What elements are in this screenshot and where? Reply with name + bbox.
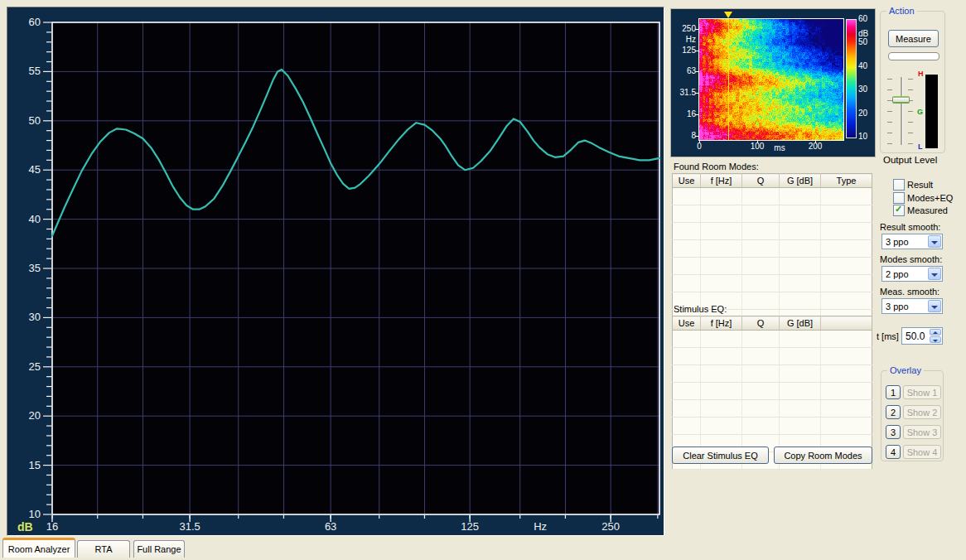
spectrogram-ylabel: Hz (686, 35, 696, 44)
spectrogram-time-marker-icon[interactable] (724, 12, 732, 18)
spectrogram-ytick: 31.5 (680, 88, 696, 97)
overlay-show-3-button[interactable]: Show 3 (903, 425, 941, 439)
svg-text:Hz: Hz (534, 520, 547, 533)
found-room-modes-header[interactable]: G [dB] (780, 174, 821, 188)
found-room-modes-row[interactable] (673, 188, 872, 205)
stimulus-eq-header[interactable] (821, 316, 872, 331)
checkbox-label: Result (907, 180, 933, 190)
overlay-groupbox: Overlay 1Show 12Show 23Show 34Show 4 (881, 370, 944, 461)
svg-text:40: 40 (29, 213, 41, 225)
output-level-label: Output Level (883, 155, 937, 165)
overlay-slot-1-button[interactable]: 1 (886, 385, 901, 399)
found-room-modes-header[interactable]: Type (821, 174, 872, 188)
spectrogram-colorbar (846, 19, 857, 138)
svg-text:35: 35 (29, 262, 41, 274)
stimulus-eq-row[interactable] (673, 348, 872, 365)
checkbox-row-modes-eq: Modes+EQ (893, 192, 944, 204)
combo-value: 3 ppo (886, 237, 909, 247)
svg-text:25: 25 (29, 360, 41, 373)
chevron-down-icon[interactable] (928, 268, 941, 280)
spectrogram-ytick-mark (695, 114, 698, 115)
spinner-down-button[interactable] (930, 336, 941, 343)
stimulus-eq-row[interactable] (673, 418, 872, 435)
found-room-modes-header[interactable]: Use (673, 174, 701, 188)
overlay-show-4-button[interactable]: Show 4 (903, 445, 941, 459)
tab-room-analyzer[interactable]: Room Analyzer (2, 538, 75, 558)
slider-tick (908, 79, 913, 80)
found-room-modes-row[interactable] (673, 223, 872, 240)
frequency-response-chart: 10152025303540455055601631.563125250HzdB (7, 7, 662, 533)
colorbar-label: dB (858, 29, 868, 38)
found-room-modes-row[interactable] (673, 275, 872, 292)
spectrogram-xtick-mark (699, 140, 700, 143)
overlay-slot-2-button[interactable]: 2 (886, 405, 901, 419)
stimulus-eq-header[interactable]: Q (742, 316, 780, 331)
output-level-slider-thumb[interactable] (892, 96, 910, 104)
spectrogram-ytick-mark (695, 29, 698, 30)
found-room-modes-header[interactable]: f [Hz] (701, 174, 742, 188)
overlay-show-2-button[interactable]: Show 2 (903, 405, 941, 419)
result-smooth-combo[interactable]: 3 ppo (881, 234, 943, 249)
svg-text:250: 250 (601, 520, 620, 533)
tab-full-range[interactable]: Full Range (133, 540, 185, 558)
spectrogram-ytick-mark (695, 93, 698, 94)
stimulus-eq-header[interactable]: Use (673, 316, 701, 331)
time-window-value: 50.0 (906, 331, 925, 342)
frequency-response-panel: 10152025303540455055601631.563125250HzdB (7, 7, 664, 536)
spectrogram-image[interactable] (698, 18, 844, 141)
colorbar-tick: 50 (858, 37, 867, 46)
modes-eq-checkbox[interactable] (893, 192, 905, 204)
meter-mark-l: L (918, 142, 923, 151)
meter-mark-h: H (918, 70, 924, 78)
stimulus-eq-header[interactable]: G [dB] (780, 316, 821, 331)
stimulus-eq-row[interactable] (673, 331, 872, 348)
svg-text:15: 15 (29, 459, 41, 471)
svg-text:10: 10 (29, 508, 41, 520)
output-level-meter (925, 75, 938, 148)
spinner-up-button[interactable] (930, 329, 941, 336)
time-window-spinner[interactable]: 50.0 (901, 327, 943, 345)
colorbar-tick: 20 (858, 109, 867, 118)
smooth-label: Modes smooth: (880, 254, 942, 264)
room-analyzer-window: 10152025303540455055601631.563125250HzdB… (0, 0, 966, 560)
check-icon: ✓ (895, 204, 902, 215)
stimulus-eq-label: Stimulus EQ: (674, 304, 727, 314)
spectrogram-xlabel: ms (774, 143, 785, 152)
spectrogram-xtick-mark (815, 140, 816, 143)
colorbar-tick: 60 (858, 14, 867, 23)
clear-stimulus-eq-button[interactable]: Clear Stimulus EQ (672, 447, 769, 464)
overlay-slot-3-button[interactable]: 3 (886, 425, 901, 439)
copy-room-modes-button[interactable]: Copy Room Modes (774, 447, 872, 464)
svg-text:55: 55 (29, 65, 41, 77)
stimulus-eq-header[interactable]: f [Hz] (701, 316, 742, 331)
stimulus-eq-row[interactable] (673, 365, 872, 383)
overlay-show-1-button[interactable]: Show 1 (903, 385, 941, 399)
modes-smooth-combo[interactable]: 2 ppo (881, 266, 943, 282)
measured-checkbox[interactable]: ✓ (893, 205, 905, 216)
chevron-down-icon[interactable] (928, 300, 941, 312)
output-level-slider-track[interactable] (901, 77, 903, 145)
slider-tick (908, 143, 913, 144)
measure-button[interactable]: Measure (888, 30, 939, 47)
tab-rta[interactable]: RTA (77, 540, 130, 558)
svg-text:20: 20 (29, 409, 41, 422)
found-room-modes-row[interactable] (673, 240, 872, 258)
time-window-label: t [ms] (877, 331, 899, 341)
checkbox-label: Modes+EQ (907, 193, 953, 203)
chevron-down-icon[interactable] (928, 235, 941, 248)
stimulus-eq-row[interactable] (673, 400, 872, 418)
checkbox-row-result: Result (893, 179, 944, 191)
svg-text:60: 60 (29, 16, 41, 28)
stimulus-eq-row[interactable] (673, 383, 872, 400)
overlay-slot-4-button[interactable]: 4 (886, 445, 901, 459)
result-checkbox[interactable] (893, 179, 905, 191)
slider-tick (887, 89, 892, 90)
found-room-modes-header[interactable]: Q (742, 174, 780, 188)
spectrogram-ytick-mark (695, 136, 698, 137)
found-room-modes-row[interactable] (673, 205, 872, 223)
found-room-modes-row[interactable] (673, 258, 872, 275)
meas-smooth-combo[interactable]: 3 ppo (881, 298, 943, 314)
overlay-group-title: Overlay (887, 365, 924, 375)
checkbox-row-measured: ✓Measured (893, 205, 944, 216)
checkbox-label: Measured (907, 205, 948, 215)
